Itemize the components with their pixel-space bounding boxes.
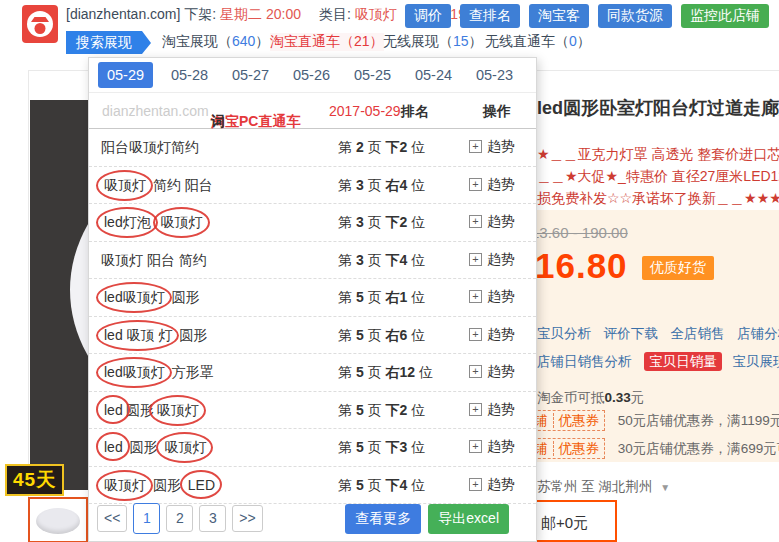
date-tab[interactable]: 05-24 [403,67,464,83]
plus-icon: + [469,478,482,491]
tool-link[interactable]: 评价下载 [604,326,658,341]
tab-wireless-display[interactable]: 无线展现（15） [383,33,483,51]
taobao-ke-button[interactable]: 淘宝客 [529,4,589,28]
offshelf-time: 星期二 20:00 [220,6,301,22]
table-header: dianzhentan.com 淘宝PC直通车词 2017-05-29 排名 操… [89,93,536,129]
keyword-text: 阳台吸顶灯简约 [101,139,199,157]
plus-icon: + [469,178,482,191]
trend-button[interactable]: +趋势 [469,326,515,344]
keyword-text: led吸顶灯 方形罩 [101,364,214,382]
plus-icon: + [469,215,482,228]
coin-discount: 淘金币可抵0.33元 [537,389,644,407]
check-rank-button[interactable]: 查排名 [460,4,520,28]
keyword-text: 吸顶灯 阳台 简约 [101,252,207,270]
tool-links-row: 宝贝分析 评价下载 全店销售 店铺分析 DSR计 [537,325,779,343]
rank-text: 第 5 页 下4 位 [338,477,425,495]
header-rank: 排名 [401,103,429,121]
plus-icon: + [469,328,482,341]
plus-icon: + [469,140,482,153]
daily-sales-badge[interactable]: 宝贝日销量 [644,352,722,371]
coupon-tag: 铺优惠券 [528,438,605,459]
date-tab[interactable]: 05-29 [98,62,153,88]
keyword-row: 阳台吸顶灯简约 第 2 页 下2 位 +趋势 [89,129,536,167]
rank-text: 第 2 页 下2 位 [338,139,425,157]
date-tab[interactable]: 05-27 [220,67,281,83]
trend-button[interactable]: +趋势 [469,401,515,419]
keyword-row: led 吸顶 灯 圆形 第 5 页 右6 位 +趋势 [89,317,536,355]
rank-text: 第 3 页 右4 位 [338,177,425,195]
trend-button[interactable]: +趋势 [469,288,515,306]
page-prev-button[interactable]: << [97,505,127,532]
tool-link[interactable]: 全店销售 [671,326,725,341]
same-goods-button[interactable]: 同款货源 [598,4,672,28]
rank-text: 第 3 页 下4 位 [338,252,425,270]
trend-button[interactable]: +趋势 [469,251,515,269]
coupon-row: 铺优惠券 50元店铺优惠券，满1199元可用 [528,412,779,430]
page-button-3[interactable]: 3 [199,505,226,532]
promo-line: ★＿＿亚克力灯罩 高透光 整套价进口芯片 高 [537,146,779,164]
dropdown-caret-icon[interactable]: ▼ [660,482,670,493]
tool-links-row: 店铺日销售分析 宝贝日销量 宝贝展现词 无线 [537,353,779,371]
current-price: 16.80 [535,246,628,285]
view-more-button[interactable]: 查看更多 [345,504,421,534]
trend-button[interactable]: +趋势 [469,213,515,231]
product-thumbnail[interactable] [28,497,88,542]
tab-search-display[interactable]: 搜索展现 [66,31,142,54]
product-title: led圆形卧室灯阳台灯过道走廊厨 [537,96,779,120]
rank-text: 第 3 页 下2 位 [338,214,425,232]
offshelf-label: 下架: [184,6,216,22]
rank-text: 第 5 页 右6 位 [338,327,425,345]
quality-badge: 优质好货 [642,256,714,280]
price-adjust-button[interactable]: 调价 [405,4,451,28]
plus-icon: + [469,440,482,453]
thumbnail-lamp-icon [36,508,80,534]
keyword-row: 吸顶灯 圆形 LED 第 5 页 下4 位 +趋势 [89,467,536,505]
detective-logo-icon [22,5,58,43]
tab-wireless-ztc[interactable]: 无线直通车（0） [485,33,591,51]
rank-text: 第 5 页 右12 位 [338,364,433,382]
keyword-row: led灯泡 吸顶灯 第 3 页 下2 位 +趋势 [89,204,536,242]
rank-text: 第 5 页 右1 位 [338,289,425,307]
keyword-text: led圆形吸顶灯 [101,402,202,420]
keyword-text: led 吸顶 灯 圆形 [101,327,207,345]
shipping-route: 苏常州 至 湖北荆州 ▼ [537,478,670,496]
date-tab[interactable]: 05-23 [464,67,525,83]
keyword-row: led圆形吸顶灯 第 5 页 下2 位 +趋势 [89,392,536,430]
category-label: 类目: [319,6,351,22]
coupon-text: 30元店铺优惠券，满699元可用 [618,441,779,456]
keyword-row: led 圆形 吸顶灯 第 5 页 下3 位 +趋势 [89,429,536,467]
page-button-1[interactable]: 1 [133,503,160,534]
promo-line: ＿＿★大促★_特惠价 直径27厘米LED12瓦 限 [537,168,779,186]
tool-link[interactable]: 店铺日销售分析 [537,354,632,369]
tab-taobao-display[interactable]: 淘宝展现（640） [162,33,269,51]
rank-text: 第 5 页 下3 位 [338,439,425,457]
trend-button[interactable]: +趋势 [469,176,515,194]
tool-link[interactable]: 宝贝分析 [537,326,591,341]
monitor-shop-button[interactable]: 监控此店铺 [681,4,769,28]
page-next-button[interactable]: >> [232,505,262,532]
trend-button[interactable]: +趋势 [469,363,515,381]
pagination: << 1 2 3 >> [97,505,263,534]
tool-link[interactable]: 店铺分析 [737,326,779,341]
plus-icon: + [469,365,482,378]
trend-button[interactable]: +趋势 [469,476,515,494]
coupon-tag: 铺优惠券 [528,410,605,431]
page-button-2[interactable]: 2 [166,505,193,532]
plus-icon: + [469,403,482,416]
coupon-text: 50元店铺优惠券，满1199元可用 [618,413,779,428]
tool-link[interactable]: 宝贝展现词 [733,354,779,369]
date-tab[interactable]: 05-25 [342,67,403,83]
date-tab[interactable]: 05-28 [159,67,220,83]
tab-taobao-ztc[interactable]: 淘宝直通车（21） [270,33,384,51]
price-row: 16.80 优质好货 [535,246,714,286]
header-site: dianzhentan.com [102,103,209,119]
date-tabs: 05-29 05-28 05-27 05-26 05-25 05-24 05-2… [89,58,536,93]
date-tab[interactable]: 05-26 [281,67,342,83]
category-value: 吸顶灯 [355,6,397,22]
trend-button[interactable]: +趋势 [469,138,515,156]
rank-text: 第 5 页 下2 位 [338,402,425,420]
export-excel-button[interactable]: 导出excel [428,504,509,534]
keyword-rank-popup: 05-29 05-28 05-27 05-26 05-25 05-24 05-2… [88,57,537,542]
trend-button[interactable]: +趋势 [469,438,515,456]
topbar-buttons: 调价 查排名 淘宝客 同款货源 监控此店铺 [405,4,769,28]
